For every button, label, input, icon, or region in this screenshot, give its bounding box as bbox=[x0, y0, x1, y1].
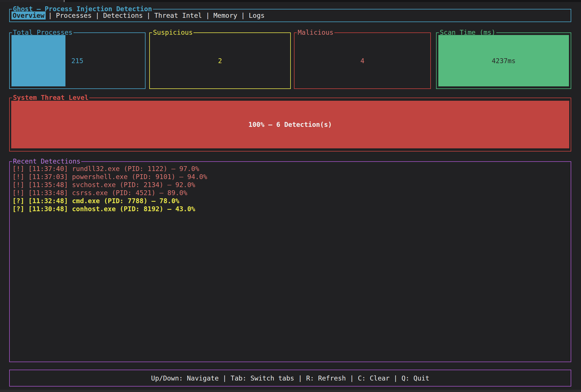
total-processes-panel: Total Processes 215 bbox=[9, 32, 146, 89]
window-chrome-tab bbox=[0, 0, 64, 2]
tab-memory[interactable]: Memory bbox=[212, 11, 239, 20]
tab-overview[interactable]: Overview bbox=[11, 11, 46, 20]
total-processes-gauge: 215 bbox=[11, 35, 143, 86]
tab-separator: | bbox=[241, 12, 245, 19]
scan-time-value: 4237ms bbox=[438, 35, 569, 86]
system-threat-level-panel: System Threat Level 100% — 6 Detection(s… bbox=[9, 98, 571, 152]
scan-time-gauge: 4237ms bbox=[438, 35, 569, 86]
help-bar-text: Up/Down: Navigate | Tab: Switch tabs | R… bbox=[10, 370, 571, 386]
tab-bar: Ghost — Process Injection Detection Over… bbox=[9, 9, 571, 22]
detection-row[interactable]: [?] [11:32:48] cmd.exe (PID: 7788) — 78.… bbox=[12, 197, 568, 205]
detection-row[interactable]: [!] [11:33:48] csrss.exe (PID: 4521) — 8… bbox=[12, 189, 568, 197]
app-window: Ghost — Process Injection Detection Over… bbox=[0, 0, 581, 392]
system-threat-level-gauge: 100% — 6 Detection(s) bbox=[11, 101, 569, 148]
scan-time-panel: Scan Time (ms) 4237ms bbox=[436, 32, 571, 89]
system-threat-level-value: 100% — 6 Detection(s) bbox=[11, 101, 569, 148]
suspicious-panel: Suspicious 2 bbox=[149, 32, 291, 89]
window-chrome-divider bbox=[64, 0, 65, 2]
help-bar: Up/Down: Navigate | Tab: Switch tabs | R… bbox=[9, 370, 571, 387]
tab-threat-intel[interactable]: Threat Intel bbox=[153, 11, 203, 20]
window-bottom-edge bbox=[0, 390, 581, 392]
malicious-gauge: 4 bbox=[296, 35, 429, 86]
recent-detections-list: [!] [11:37:40] rundll32.exe (PID: 1122) … bbox=[12, 165, 568, 213]
window-chrome-strip bbox=[0, 0, 581, 2]
system-threat-level-title: System Threat Level bbox=[12, 94, 89, 101]
detection-row[interactable]: [!] [11:35:48] svchost.exe (PID: 2134) —… bbox=[12, 181, 568, 189]
detection-row[interactable]: [!] [11:37:40] rundll32.exe (PID: 1122) … bbox=[12, 165, 568, 173]
tab-separator: | bbox=[206, 12, 210, 19]
malicious-panel: Malicious 4 bbox=[294, 32, 431, 89]
recent-detections-title: Recent Detections bbox=[12, 158, 81, 165]
tab-detections[interactable]: Detections bbox=[102, 11, 144, 20]
detection-row[interactable]: [!] [11:37:03] powershell.exe (PID: 9101… bbox=[12, 173, 568, 181]
malicious-value: 4 bbox=[296, 35, 429, 86]
total-processes-value: 215 bbox=[11, 35, 143, 86]
tabs-row: Overview | Processes | Detections | Thre… bbox=[11, 9, 266, 22]
tab-logs[interactable]: Logs bbox=[247, 11, 266, 20]
tab-processes[interactable]: Processes bbox=[55, 11, 93, 20]
recent-detections-panel: Recent Detections [!] [11:37:40] rundll3… bbox=[9, 161, 571, 362]
tab-separator: | bbox=[48, 12, 52, 19]
tab-separator: | bbox=[95, 12, 99, 19]
suspicious-gauge: 2 bbox=[152, 35, 288, 86]
tab-separator: | bbox=[147, 12, 151, 19]
suspicious-value: 2 bbox=[152, 35, 288, 86]
detection-row[interactable]: [?] [11:30:48] conhost.exe (PID: 8192) —… bbox=[12, 205, 568, 213]
